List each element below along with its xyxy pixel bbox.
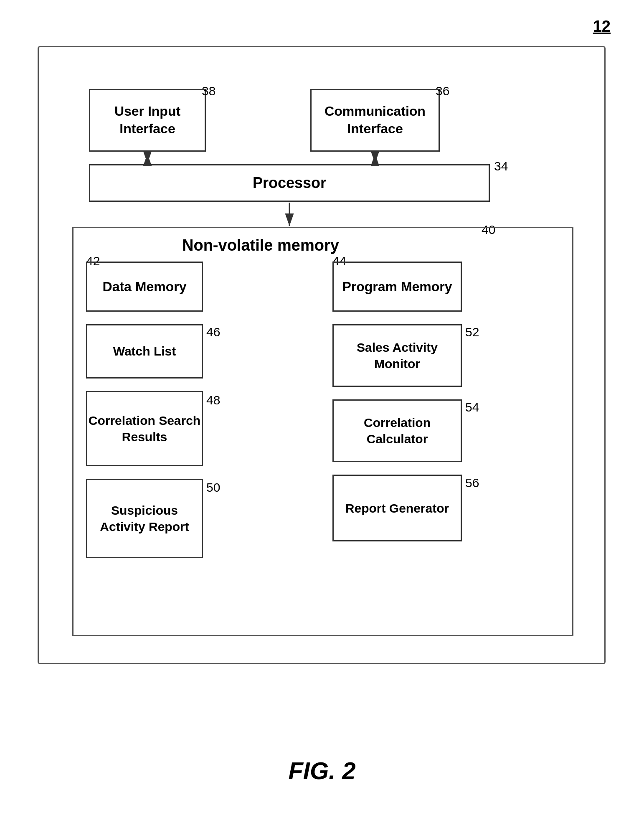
figure-label: FIG. 2	[288, 757, 355, 785]
user-input-interface-box: User Input Interface	[89, 89, 206, 152]
ref-46: 46	[206, 325, 220, 339]
nvm-box: Non-volatile memory 42 44 Data Memory Pr…	[72, 227, 573, 636]
data-memory-box: Data Memory	[86, 262, 203, 312]
nvm-label: Non-volatile memory	[182, 236, 339, 254]
sales-activity-monitor-box: Sales Activity Monitor	[332, 324, 462, 387]
ref-54: 54	[465, 400, 479, 414]
report-generator-box: Report Generator	[332, 475, 462, 541]
main-diagram: User Input Interface 38 Communication In…	[38, 46, 606, 664]
processor-box: Processor	[89, 164, 490, 202]
ref-56: 56	[465, 476, 479, 490]
communication-interface-box: Communication Interface	[310, 89, 440, 152]
correlation-calculator-box: Correlation Calculator	[332, 399, 462, 462]
ref-50: 50	[206, 480, 220, 495]
program-memory-box: Program Memory	[332, 262, 462, 312]
ref-38: 38	[202, 84, 216, 98]
ref-34: 34	[494, 159, 508, 173]
suspicious-activity-report-box: Suspicious Activity Report	[86, 479, 203, 558]
ref-36: 36	[436, 84, 449, 98]
ref-52: 52	[465, 325, 479, 339]
watch-list-box: Watch List	[86, 324, 203, 379]
correlation-search-results-box: Correlation Search Results	[86, 391, 203, 466]
page-number: 12	[593, 18, 611, 36]
ref-48: 48	[206, 393, 220, 407]
